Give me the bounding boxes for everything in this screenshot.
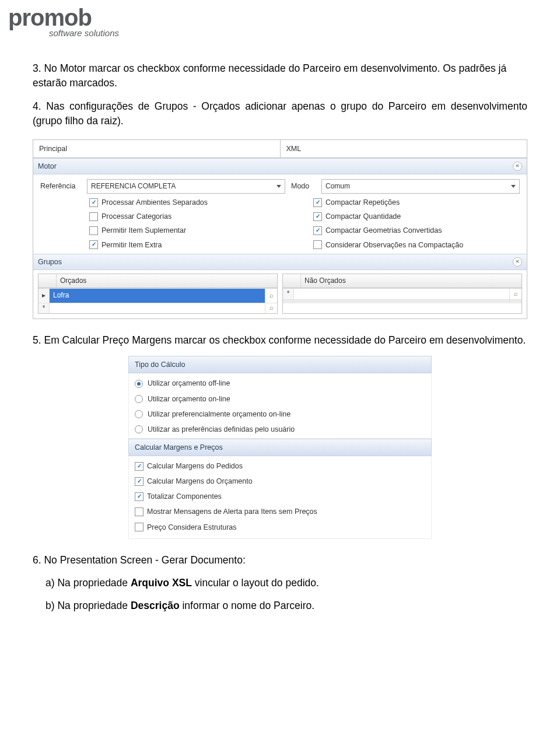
checkbox-label: Calcular Margens do Orçamento bbox=[147, 476, 253, 487]
checkbox-label: Compactar Geometrias Convertidas bbox=[326, 225, 442, 236]
section-tipo-calculo: Tipo do Cálculo bbox=[128, 356, 432, 373]
combo-modo[interactable]: Comum bbox=[321, 179, 520, 194]
section-grupos-header[interactable]: Grupos « bbox=[33, 254, 527, 270]
combo-modo-value: Comum bbox=[326, 181, 350, 191]
section-motor-title: Motor bbox=[38, 161, 57, 172]
chevron-up-icon: « bbox=[513, 162, 522, 171]
checkbox-icon bbox=[313, 226, 322, 235]
combo-referencia[interactable]: REFERENCIA COMPLETA bbox=[87, 179, 285, 194]
tab-xml[interactable]: XML bbox=[280, 140, 527, 158]
checkbox-icon bbox=[313, 240, 322, 249]
radio-label: Utilizar preferencialmente orçamento on-… bbox=[148, 409, 290, 419]
row-new-icon: * bbox=[38, 303, 50, 313]
checkbox-item[interactable]: Preço Considera Estruturas bbox=[135, 522, 425, 533]
checkbox-item[interactable]: Compactar Repetições bbox=[313, 197, 520, 208]
search-icon[interactable]: ⌕ bbox=[265, 303, 277, 313]
checkbox-icon bbox=[135, 462, 144, 471]
row-spacer bbox=[283, 300, 294, 303]
checkbox-label: Preço Considera Estruturas bbox=[147, 522, 237, 533]
checkbox-label: Considerar Observações na Compactação bbox=[326, 240, 463, 250]
logo-main-text: promob bbox=[8, 6, 552, 29]
checkbox-icon bbox=[135, 508, 144, 516]
paragraph-3: 3. No Motor marcar os checkbox conforme … bbox=[33, 61, 527, 91]
checkbox-label: Mostrar Mensagens de Alerta para Itens s… bbox=[147, 506, 317, 517]
checkbox-icon bbox=[89, 212, 98, 221]
paragraph-6a: a) Na propriedade Arquivo XSL vincular o… bbox=[33, 576, 527, 590]
radio-item[interactable]: Utilizar orçamento on-line bbox=[135, 394, 425, 404]
paragraph-4: 4. Nas configurações de Grupos - Orçados… bbox=[33, 99, 527, 129]
checkbox-icon bbox=[135, 523, 144, 531]
row-new-icon: * bbox=[283, 289, 294, 299]
checkbox-item[interactable]: Mostrar Mensagens de Alerta para Itens s… bbox=[135, 506, 425, 517]
checkbox-item[interactable]: Compactar Geometrias Convertidas bbox=[313, 225, 520, 236]
checkbox-item[interactable]: Compactar Quantidade bbox=[313, 211, 520, 222]
checkbox-icon bbox=[135, 477, 144, 486]
chevron-down-icon bbox=[276, 185, 281, 188]
grid-cell-disabled bbox=[294, 300, 509, 303]
checkbox-icon bbox=[313, 198, 322, 207]
section-motor-header[interactable]: Motor « bbox=[33, 158, 527, 174]
checkbox-item[interactable]: Calcular Margens do Orçamento bbox=[135, 476, 425, 487]
checkbox-label: Processar Categorias bbox=[102, 211, 172, 222]
paragraph-5: 5. Em Calcular Preço Margens marcar os c… bbox=[33, 333, 527, 348]
checkbox-item[interactable]: Permitir Item Suplementar bbox=[89, 225, 296, 236]
checkbox-item[interactable]: Processar Categorias bbox=[89, 211, 296, 222]
checkbox-label: Totalizar Componentes bbox=[147, 491, 222, 502]
checkbox-label: Permitir Item Extra bbox=[102, 240, 162, 250]
chevron-down-icon bbox=[511, 185, 516, 188]
checkbox-icon bbox=[89, 226, 98, 235]
grid-nao-orcados[interactable]: Não Orçados * ⌕ bbox=[282, 274, 522, 314]
grid-cell-empty[interactable] bbox=[294, 289, 509, 299]
checkbox-label: Calcular Margens do Pedidos bbox=[147, 461, 243, 471]
text: b) Na propriedade bbox=[46, 600, 131, 611]
radio-label: Utilizar orçamento off-line bbox=[148, 378, 230, 388]
checkbox-item[interactable]: Processar Ambientes Separados bbox=[89, 197, 296, 208]
radio-icon bbox=[135, 395, 143, 403]
search-icon[interactable]: ⌕ bbox=[509, 289, 522, 299]
checkbox-icon bbox=[89, 198, 98, 207]
checkbox-item[interactable]: Calcular Margens do Pedidos bbox=[135, 461, 425, 471]
radio-item[interactable]: Utilizar preferencialmente orçamento on-… bbox=[135, 409, 425, 419]
chevron-up-icon: « bbox=[513, 257, 522, 267]
checkbox-icon bbox=[135, 492, 144, 501]
grid-cell-selected[interactable]: Lofra bbox=[50, 289, 265, 302]
logo-sub-text: software solutions bbox=[49, 28, 552, 38]
text: informar o nome do Parceiro. bbox=[180, 600, 315, 611]
figure-calculo: Tipo do Cálculo Utilizar orçamento off-l… bbox=[128, 356, 432, 538]
checkbox-label: Processar Ambientes Separados bbox=[102, 197, 208, 208]
section-calcular-margens: Calcular Margens e Preços bbox=[128, 439, 432, 456]
radio-icon bbox=[135, 425, 143, 433]
paragraph-6: 6. No Presentation Screen - Gerar Docume… bbox=[33, 553, 527, 568]
row-indicator-icon: ▸ bbox=[38, 289, 50, 302]
combo-referencia-value: REFERENCIA COMPLETA bbox=[91, 181, 176, 191]
paragraph-6b: b) Na propriedade Descrição informar o n… bbox=[33, 598, 527, 613]
checkbox-item[interactable]: Permitir Item Extra bbox=[89, 240, 296, 250]
grid-cell-disabled bbox=[509, 300, 522, 303]
text: a) Na propriedade bbox=[46, 577, 131, 589]
section-grupos-title: Grupos bbox=[38, 257, 62, 267]
checkbox-label: Compactar Quantidade bbox=[326, 211, 401, 222]
checkbox-icon bbox=[313, 212, 322, 221]
radio-icon bbox=[135, 410, 143, 418]
column-nao-orcados: Não Orçados bbox=[301, 274, 349, 288]
checkbox-item[interactable]: Totalizar Componentes bbox=[135, 491, 425, 502]
text-bold: Arquivo XSL bbox=[131, 577, 192, 589]
text-bold: Descrição bbox=[131, 600, 180, 611]
grid-orcados[interactable]: Orçados ▸ Lofra ⌕ * ⌕ bbox=[38, 274, 278, 314]
checkbox-icon bbox=[89, 240, 98, 249]
checkbox-label: Compactar Repetições bbox=[326, 197, 400, 208]
tab-principal[interactable]: Principal bbox=[33, 140, 280, 158]
search-icon[interactable]: ⌕ bbox=[265, 289, 277, 302]
text: vincular o layout do pedido. bbox=[192, 577, 319, 589]
label-referencia: Referência bbox=[40, 181, 81, 191]
label-modo: Modo bbox=[291, 181, 316, 191]
radio-icon bbox=[135, 380, 143, 388]
brand-logo: promob software solutions bbox=[0, 0, 560, 38]
checkbox-item[interactable]: Considerar Observações na Compactação bbox=[313, 240, 520, 250]
radio-label: Utilizar as preferências definidas pelo … bbox=[148, 424, 295, 435]
grid-cell-empty[interactable] bbox=[50, 303, 265, 313]
radio-item[interactable]: Utilizar orçamento off-line bbox=[135, 378, 425, 388]
column-orcados: Orçados bbox=[57, 274, 90, 288]
radio-label: Utilizar orçamento on-line bbox=[148, 394, 230, 404]
radio-item[interactable]: Utilizar as preferências definidas pelo … bbox=[135, 424, 425, 435]
